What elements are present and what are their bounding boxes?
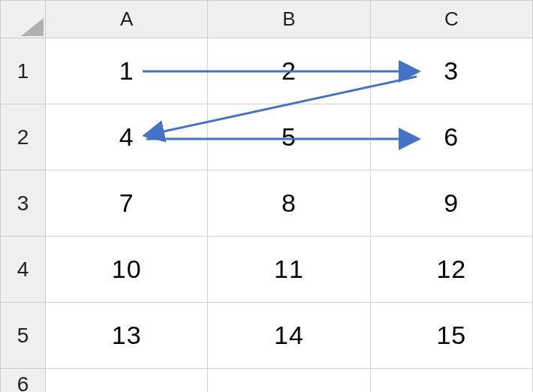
cell-A3[interactable]: 7 [46, 170, 208, 237]
cell-C6[interactable] [370, 369, 532, 393]
cell-A4[interactable]: 10 [46, 237, 208, 303]
cell-C4[interactable]: 12 [370, 237, 532, 303]
spreadsheet-grid[interactable]: A B C 1 1 2 3 2 4 5 6 3 7 8 9 4 10 11 12 [0, 0, 533, 392]
cell-C2[interactable]: 6 [370, 104, 532, 170]
cell-A2[interactable]: 4 [46, 104, 208, 170]
cell-C3[interactable]: 9 [370, 170, 532, 237]
column-header-C[interactable]: C [370, 1, 532, 38]
cell-A1[interactable]: 1 [46, 38, 208, 104]
cell-A5[interactable]: 13 [46, 303, 208, 369]
cell-C5[interactable]: 15 [370, 303, 532, 369]
cell-B6[interactable] [208, 369, 370, 393]
row-header-1[interactable]: 1 [1, 38, 46, 104]
cell-B1[interactable]: 2 [208, 38, 370, 104]
cell-B4[interactable]: 11 [208, 237, 370, 303]
cell-B2[interactable]: 5 [208, 104, 370, 170]
row-header-4[interactable]: 4 [1, 237, 46, 303]
row-header-6[interactable]: 6 [1, 369, 46, 393]
cell-B3[interactable]: 8 [208, 170, 370, 237]
select-all-corner[interactable] [1, 1, 46, 38]
row-header-2[interactable]: 2 [1, 104, 46, 170]
column-header-A[interactable]: A [46, 1, 208, 38]
cell-A6[interactable] [46, 369, 208, 393]
cell-C1[interactable]: 3 [370, 38, 532, 104]
cell-B5[interactable]: 14 [208, 303, 370, 369]
column-header-B[interactable]: B [208, 1, 370, 38]
row-header-5[interactable]: 5 [1, 303, 46, 369]
row-header-3[interactable]: 3 [1, 170, 46, 237]
